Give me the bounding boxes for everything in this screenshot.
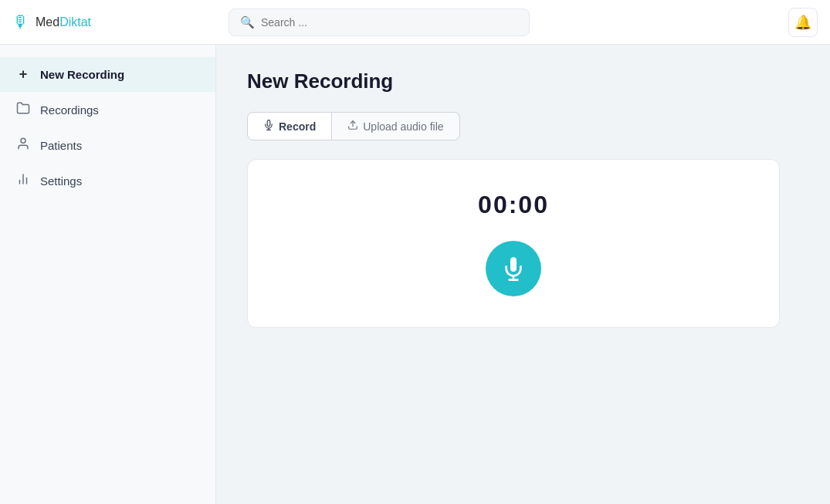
chart-icon — [15, 172, 31, 189]
timer-display: 00:00 — [478, 191, 549, 219]
mic-record-button[interactable] — [486, 241, 541, 296]
search-bar[interactable]: 🔍 — [229, 8, 530, 36]
sidebar-item-label: Recordings — [40, 103, 99, 117]
recording-card: 00:00 — [247, 159, 780, 328]
sidebar-item-new-recording[interactable]: + New Recording — [0, 57, 215, 92]
plus-icon: + — [15, 66, 31, 83]
svg-point-0 — [21, 138, 25, 143]
main-layout: + New Recording Recordings Patients — [0, 45, 830, 504]
main-content: New Recording Record — [216, 45, 830, 504]
sidebar-item-recordings[interactable]: Recordings — [0, 92, 215, 127]
sidebar-item-label: Patients — [40, 139, 82, 152]
header-right: 🔍 🔔 — [229, 8, 818, 37]
tab-upload-label: Upload audio file — [363, 120, 443, 133]
logo-area: 🎙 MedDiktat — [12, 12, 229, 32]
sidebar: + New Recording Recordings Patients — [0, 45, 216, 504]
sidebar-item-settings[interactable]: Settings — [0, 163, 215, 198]
upload-tab-icon — [347, 120, 358, 133]
logo-med: Med — [36, 15, 59, 29]
sidebar-item-patients[interactable]: Patients — [0, 127, 215, 163]
tab-upload[interactable]: Upload audio file — [332, 112, 459, 140]
logo-diktat: Diktat — [59, 15, 91, 29]
search-icon: 🔍 — [240, 15, 255, 29]
mic-tab-icon — [263, 120, 274, 133]
page-title: New Recording — [247, 69, 799, 93]
sidebar-item-label: New Recording — [40, 68, 124, 81]
tabs: Record Upload audio file — [247, 112, 799, 140]
folder-icon — [15, 101, 31, 118]
mic-button-icon — [501, 256, 526, 281]
logo-symbol: 🎙 — [12, 12, 29, 32]
notification-button[interactable]: 🔔 — [788, 8, 818, 37]
bell-icon: 🔔 — [794, 14, 811, 31]
sidebar-item-label: Settings — [40, 174, 82, 188]
person-icon — [15, 137, 31, 154]
tab-record[interactable]: Record — [247, 112, 332, 140]
tab-record-label: Record — [279, 120, 316, 133]
logo-text: MedDiktat — [36, 15, 91, 29]
header: 🎙 MedDiktat 🔍 🔔 — [0, 0, 830, 45]
search-input[interactable] — [261, 16, 518, 29]
